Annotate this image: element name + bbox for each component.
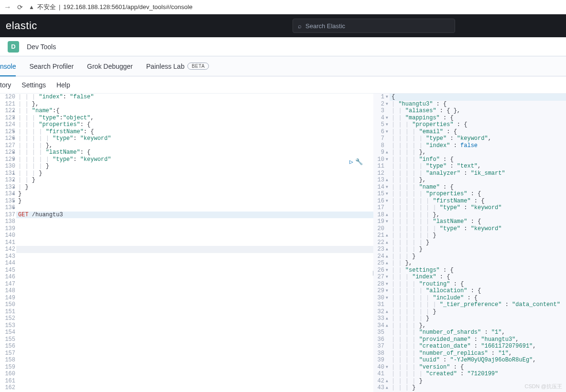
not-secure-label: 不安全 — [37, 3, 56, 11]
gutter-right: 1▾ 2▾ 3 4▾ 5▾ 6▾ 7 8 9▴ 10▾ 11 12 13▴ 14… — [373, 94, 390, 392]
warning-icon: ▲ — [29, 4, 34, 11]
elastic-logo[interactable]: elastic — [6, 20, 37, 32]
response-viewer[interactable]: 1▾ 2▾ 3 4▾ 5▾ 6▾ 7 8 9▴ 10▾ 11 12 13▴ 14… — [373, 94, 566, 392]
separator: | — [59, 3, 60, 11]
code-left[interactable]: | | | "index": "false"| | },| | "name":{… — [16, 94, 373, 392]
tab-grok-debugger[interactable]: Grok Debugger — [87, 56, 133, 76]
search-input[interactable] — [305, 22, 450, 30]
beta-badge: BETA — [187, 63, 209, 70]
gutter-left: 120 121▴122▾123 124▾125▾126 127▴128▾129 … — [0, 94, 16, 392]
url-text: 192.168.188.128:5601/app/dev_tools#/cons… — [63, 3, 192, 11]
request-editor[interactable]: 120 121▴122▾123 124▾125▾126 127▴128▾129 … — [0, 94, 373, 392]
breadcrumb[interactable]: Dev Tools — [27, 43, 56, 51]
inline-actions: ▷ 🔧 — [349, 159, 363, 166]
url-bar[interactable]: ▲ 不安全 | 192.168.188.128:5601/app/dev_too… — [29, 3, 193, 11]
browser-chrome: → ⟳ ▲ 不安全 | 192.168.188.128:5601/app/dev… — [0, 0, 566, 14]
play-icon[interactable]: ▷ — [349, 159, 353, 166]
tab-search-profiler[interactable]: Search Profiler — [29, 56, 74, 76]
console-submenu: tory Settings Help — [0, 76, 566, 94]
tabs-row: nsole Search Profiler Grok Debugger Pain… — [0, 56, 566, 76]
code-right: {| "huangtu3" : {| | "aliases" : { },| |… — [390, 94, 566, 392]
search-icon: ⌕ — [298, 22, 302, 30]
breadcrumb-row: D Dev Tools — [0, 37, 566, 56]
app-badge[interactable]: D — [8, 41, 19, 53]
watermark: CSDN @抗压王 — [525, 383, 562, 390]
tab-painless-label: Painless Lab — [146, 63, 185, 70]
submenu-settings[interactable]: Settings — [22, 81, 46, 89]
submenu-history[interactable]: tory — [0, 81, 11, 89]
wrench-icon[interactable]: 🔧 — [355, 159, 363, 166]
reload-icon[interactable]: ⟳ — [17, 3, 23, 11]
tab-console[interactable]: nsole — [0, 56, 16, 76]
tab-painless-lab[interactable]: Painless Lab BETA — [146, 56, 209, 76]
app-header: elastic ⌕ — [0, 14, 566, 37]
editor-area: 120 121▴122▾123 124▾125▾126 127▴128▾129 … — [0, 94, 566, 392]
global-search[interactable]: ⌕ — [293, 19, 455, 33]
submenu-help[interactable]: Help — [56, 81, 70, 89]
forward-icon[interactable]: → — [4, 3, 11, 11]
